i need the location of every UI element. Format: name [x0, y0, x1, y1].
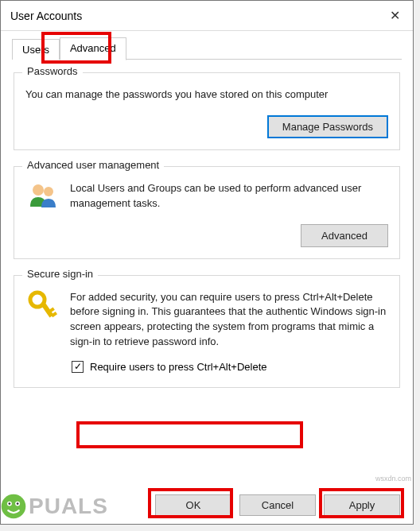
require-cad-checkbox[interactable]: ✓: [72, 361, 84, 373]
group-secure-title: Secure sign-in: [22, 268, 98, 280]
group-secure-signin: Secure sign-in For added security, you c…: [14, 275, 400, 388]
svg-point-10: [17, 502, 19, 505]
group-advanced-user-management: Advanced user management Local Users and…: [14, 166, 400, 259]
group-aum-title: Advanced user management: [22, 159, 164, 171]
cancel-button[interactable]: Cancel: [239, 494, 316, 516]
ok-button[interactable]: OK: [155, 494, 231, 516]
svg-point-6: [2, 494, 26, 519]
appuals-logo-icon: [0, 493, 27, 520]
require-cad-row[interactable]: ✓ Require users to press Ctrl+Alt+Delete: [70, 358, 388, 376]
brand-watermark: PUALS: [0, 493, 108, 520]
tab-content: Passwords You can manage the passwords y…: [1, 60, 413, 401]
apply-button[interactable]: Apply: [324, 494, 400, 516]
passwords-description: You can manage the passwords you have st…: [25, 87, 388, 103]
group-passwords-title: Passwords: [22, 65, 83, 77]
window-title: User Accounts: [10, 10, 82, 22]
require-cad-label: Require users to press Ctrl+Alt+Delete: [90, 361, 267, 373]
highlight-require-cad: [76, 421, 303, 448]
manage-passwords-button[interactable]: Manage Passwords: [267, 115, 388, 138]
check-icon: ✓: [74, 362, 82, 371]
aum-description: Local Users and Groups can be used to pe…: [70, 181, 388, 211]
users-icon: [25, 181, 60, 219]
svg-point-0: [33, 184, 44, 196]
key-icon: [25, 290, 60, 376]
dialog-footer: OK Cancel Apply: [155, 494, 400, 516]
svg-point-1: [44, 187, 53, 196]
secure-description: For added security, you can require user…: [70, 290, 388, 350]
tab-users-label: Users: [22, 44, 49, 56]
watermark-site: wsxdn.com: [375, 475, 411, 483]
user-accounts-window: User Accounts ✕ Users Advanced Passwords…: [0, 0, 414, 525]
tab-strip: Users Advanced: [1, 31, 413, 60]
tab-users[interactable]: Users: [12, 39, 60, 60]
titlebar: User Accounts ✕: [1, 1, 413, 31]
close-button[interactable]: ✕: [376, 2, 413, 30]
svg-point-9: [9, 502, 11, 505]
group-passwords: Passwords You can manage the passwords y…: [14, 72, 400, 150]
advanced-button[interactable]: Advanced: [301, 224, 388, 247]
tab-advanced[interactable]: Advanced: [60, 37, 126, 60]
tab-advanced-label: Advanced: [70, 42, 116, 54]
close-icon: ✕: [390, 8, 400, 23]
